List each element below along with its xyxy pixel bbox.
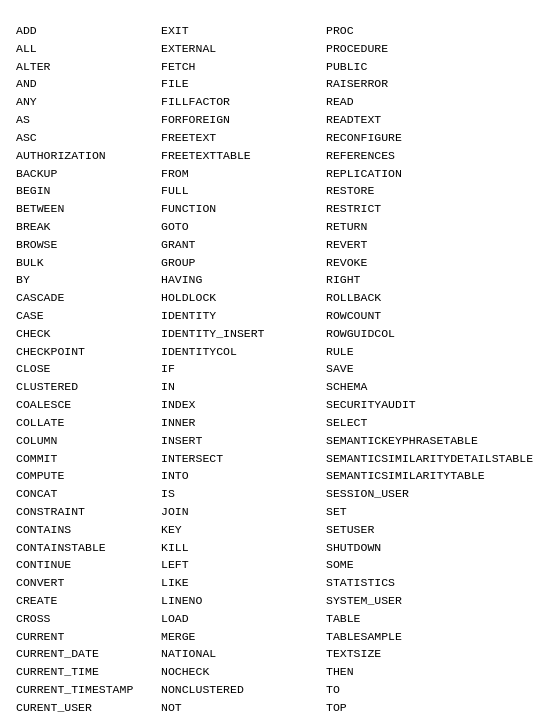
keyword-item: IDENTITY_INSERT [161, 325, 326, 343]
keyword-item: SET [326, 503, 543, 521]
keyword-item: SYSTEM_USER [326, 592, 543, 610]
keyword-item: SESSION_USER [326, 485, 543, 503]
keyword-item: FILE [161, 75, 326, 93]
keyword-item: AUTHORIZATION [16, 147, 161, 165]
keyword-item: CONSTRAINT [16, 503, 161, 521]
keyword-item: SEMANTICSIMILARITYDETAILSTABLE [326, 450, 543, 468]
keyword-item: ROWGUIDCOL [326, 325, 543, 343]
keyword-item: CASE [16, 307, 161, 325]
keyword-item: RULE [326, 343, 543, 361]
keyword-item: HAVING [161, 271, 326, 289]
keyword-item: JOIN [161, 503, 326, 521]
keyword-item: BROWSE [16, 236, 161, 254]
keyword-item: ASC [16, 129, 161, 147]
keyword-item: SAVE [326, 360, 543, 378]
keyword-item: FUNCTION [161, 200, 326, 218]
keyword-item: INDEX [161, 396, 326, 414]
keyword-item: FROM [161, 165, 326, 183]
column-3: PROCPROCEDUREPUBLICRAISERRORREADREADTEXT… [326, 22, 543, 713]
keyword-item: STATISTICS [326, 574, 543, 592]
column-1: ADDALLALTERANDANYASASCAUTHORIZATIONBACKU… [16, 22, 161, 713]
keyword-item: COMPUTE [16, 467, 161, 485]
keyword-item: FULL [161, 182, 326, 200]
keyword-item: COLLATE [16, 414, 161, 432]
keyword-item: INTO [161, 467, 326, 485]
keyword-item: RESTRICT [326, 200, 543, 218]
keyword-item: TO [326, 681, 543, 699]
keyword-item: COALESCE [16, 396, 161, 414]
keyword-item: ADD [16, 22, 161, 40]
keyword-item: CREATE [16, 592, 161, 610]
keyword-item: NATIONAL [161, 645, 326, 663]
keyword-item: REVOKE [326, 254, 543, 272]
keyword-item: HOLDLOCK [161, 289, 326, 307]
keyword-item: REFERENCES [326, 147, 543, 165]
keyword-item: TABLESAMPLE [326, 628, 543, 646]
keyword-item: COMMIT [16, 450, 161, 468]
keyword-item: CONTAINSTABLE [16, 539, 161, 557]
keyword-item: CLUSTERED [16, 378, 161, 396]
keyword-item: INNER [161, 414, 326, 432]
keyword-item: RECONFIGURE [326, 129, 543, 147]
keyword-item: AND [16, 75, 161, 93]
keyword-item: RAISERROR [326, 75, 543, 93]
keyword-item: SEMANTICKEYPHRASETABLE [326, 432, 543, 450]
keyword-item: PUBLIC [326, 58, 543, 76]
keyword-item: CURRENT_TIMESTAMP [16, 681, 161, 699]
keyword-item: ROLLBACK [326, 289, 543, 307]
keyword-item: SOME [326, 556, 543, 574]
keyword-item: REVERT [326, 236, 543, 254]
keyword-item: CURRENT_DATE [16, 645, 161, 663]
keyword-item: INSERT [161, 432, 326, 450]
keyword-item: ALTER [16, 58, 161, 76]
keyword-item: GRANT [161, 236, 326, 254]
keyword-item: SHUTDOWN [326, 539, 543, 557]
keyword-item: IS [161, 485, 326, 503]
keyword-item: LINENO [161, 592, 326, 610]
keyword-item: READ [326, 93, 543, 111]
keyword-item: GOTO [161, 218, 326, 236]
keyword-item: SELECT [326, 414, 543, 432]
keyword-item: SEMANTICSIMILARITYTABLE [326, 467, 543, 485]
keyword-item: FREETEXT [161, 129, 326, 147]
keyword-item: BACKUP [16, 165, 161, 183]
column-2: EXITEXTERNALFETCHFILEFILLFACTORFORFOREIG… [161, 22, 326, 713]
keywords-grid: ADDALLALTERANDANYASASCAUTHORIZATIONBACKU… [16, 22, 543, 713]
keyword-item: LOAD [161, 610, 326, 628]
keyword-item: BULK [16, 254, 161, 272]
keyword-item: BETWEEN [16, 200, 161, 218]
keyword-item: SCHEMA [326, 378, 543, 396]
keyword-item: CLOSE [16, 360, 161, 378]
keyword-item: FORFOREIGN [161, 111, 326, 129]
keyword-item: CONCAT [16, 485, 161, 503]
keyword-item: IF [161, 360, 326, 378]
keyword-item: ANY [16, 93, 161, 111]
keyword-item: CASCADE [16, 289, 161, 307]
keyword-item: MERGE [161, 628, 326, 646]
keyword-item: COLUMN [16, 432, 161, 450]
keyword-item: BEGIN [16, 182, 161, 200]
keyword-item: EXTERNAL [161, 40, 326, 58]
keyword-item: CHECKPOINT [16, 343, 161, 361]
keyword-item: GROUP [161, 254, 326, 272]
keyword-item: ALL [16, 40, 161, 58]
keyword-item: NOCHECK [161, 663, 326, 681]
keyword-item: EXIT [161, 22, 326, 40]
keyword-item: NONCLUSTERED [161, 681, 326, 699]
keyword-item: THEN [326, 663, 543, 681]
keyword-item: FILLFACTOR [161, 93, 326, 111]
keyword-item: CONVERT [16, 574, 161, 592]
keyword-item: CHECK [16, 325, 161, 343]
keyword-item: BREAK [16, 218, 161, 236]
keyword-item: IDENTITYCOL [161, 343, 326, 361]
keyword-item: IN [161, 378, 326, 396]
keyword-item: TABLE [326, 610, 543, 628]
keyword-item: PROC [326, 22, 543, 40]
keyword-item: ROWCOUNT [326, 307, 543, 325]
keyword-item: CURRENT_TIME [16, 663, 161, 681]
keyword-item: LIKE [161, 574, 326, 592]
keyword-item: RETURN [326, 218, 543, 236]
keyword-item: READTEXT [326, 111, 543, 129]
keyword-item: TEXTSIZE [326, 645, 543, 663]
keyword-item: SECURITYAUDIT [326, 396, 543, 414]
